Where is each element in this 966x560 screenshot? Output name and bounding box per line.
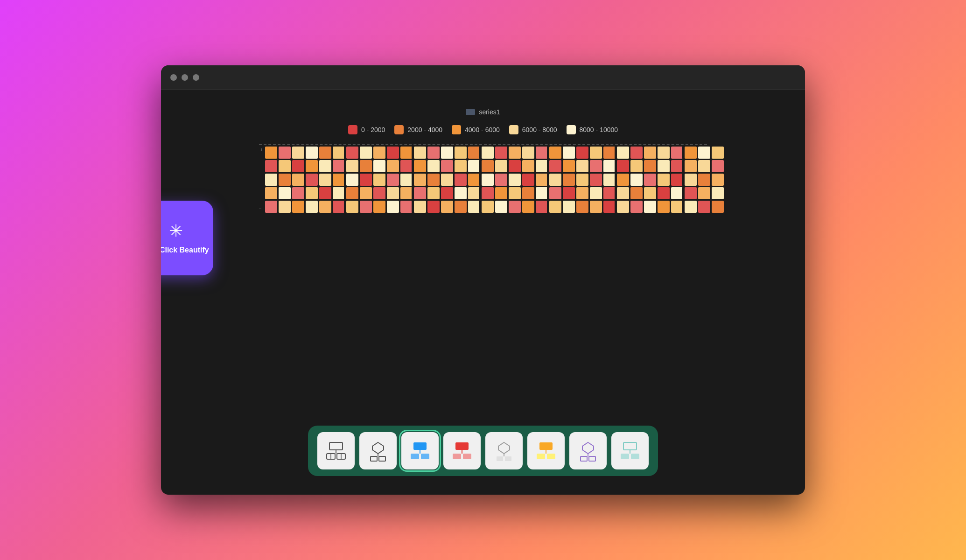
heatmap-cell[interactable] bbox=[671, 174, 683, 186]
heatmap-cell[interactable] bbox=[549, 160, 561, 172]
heatmap-cell[interactable] bbox=[685, 147, 697, 159]
heatmap-cell[interactable] bbox=[522, 201, 534, 213]
heatmap-cell[interactable] bbox=[630, 174, 643, 186]
heatmap-cell[interactable] bbox=[590, 174, 602, 186]
heatmap-cell[interactable] bbox=[712, 174, 724, 186]
heatmap-cell[interactable] bbox=[576, 174, 588, 186]
heatmap-cell[interactable] bbox=[427, 187, 440, 199]
heatmap-cell[interactable] bbox=[563, 174, 575, 186]
minimize-button[interactable] bbox=[182, 74, 188, 81]
heatmap-cell[interactable] bbox=[455, 201, 467, 213]
heatmap-cell[interactable] bbox=[536, 147, 548, 159]
heatmap-cell[interactable] bbox=[360, 187, 372, 199]
heatmap-cell[interactable] bbox=[346, 201, 358, 213]
heatmap-cell[interactable] bbox=[549, 147, 561, 159]
heatmap-cell[interactable] bbox=[603, 174, 616, 186]
heatmap-cell[interactable] bbox=[455, 147, 467, 159]
heatmap-cell[interactable] bbox=[658, 147, 670, 159]
heatmap-cell[interactable] bbox=[468, 201, 480, 213]
heatmap-cell[interactable] bbox=[346, 160, 358, 172]
heatmap-cell[interactable] bbox=[509, 147, 521, 159]
heatmap-cell[interactable] bbox=[536, 201, 548, 213]
heatmap-cell[interactable] bbox=[387, 201, 399, 213]
heatmap-cell[interactable] bbox=[319, 147, 331, 159]
heatmap-cell[interactable] bbox=[644, 160, 656, 172]
heatmap-cell[interactable] bbox=[617, 201, 629, 213]
heatmap-cell[interactable] bbox=[279, 160, 291, 172]
heatmap-cell[interactable] bbox=[536, 187, 548, 199]
heatmap-cell[interactable] bbox=[441, 174, 453, 186]
heatmap-cell[interactable] bbox=[387, 160, 399, 172]
heatmap-cell[interactable] bbox=[549, 187, 561, 199]
heatmap-cell[interactable] bbox=[360, 201, 372, 213]
heatmap-cell[interactable] bbox=[468, 147, 480, 159]
heatmap-cell[interactable] bbox=[482, 147, 494, 159]
heatmap-cell[interactable] bbox=[455, 174, 467, 186]
heatmap-cell[interactable] bbox=[279, 174, 291, 186]
heatmap-cell[interactable] bbox=[292, 147, 304, 159]
heatmap-cell[interactable] bbox=[333, 147, 345, 159]
heatmap-cell[interactable] bbox=[576, 147, 588, 159]
heatmap-cell[interactable] bbox=[509, 174, 521, 186]
heatmap-cell[interactable] bbox=[536, 174, 548, 186]
heatmap-cell[interactable] bbox=[414, 160, 426, 172]
heatmap-cell[interactable] bbox=[685, 201, 697, 213]
heatmap-cell[interactable] bbox=[671, 160, 683, 172]
heatmap-cell[interactable] bbox=[563, 201, 575, 213]
heatmap-cell[interactable] bbox=[414, 187, 426, 199]
heatmap-cell[interactable] bbox=[414, 201, 426, 213]
heatmap-cell[interactable] bbox=[630, 201, 643, 213]
heatmap-cell[interactable] bbox=[576, 201, 588, 213]
heatmap-cell[interactable] bbox=[373, 187, 385, 199]
toolbar-item-teal[interactable] bbox=[611, 432, 649, 469]
heatmap-cell[interactable] bbox=[617, 147, 629, 159]
heatmap-cell[interactable] bbox=[346, 174, 358, 186]
heatmap-cell[interactable] bbox=[360, 147, 372, 159]
heatmap-cell[interactable] bbox=[427, 174, 440, 186]
heatmap-cell[interactable] bbox=[644, 147, 656, 159]
heatmap-cell[interactable] bbox=[509, 187, 521, 199]
heatmap-cell[interactable] bbox=[644, 201, 656, 213]
heatmap-cell[interactable] bbox=[644, 187, 656, 199]
heatmap-cell[interactable] bbox=[617, 187, 629, 199]
heatmap-cell[interactable] bbox=[630, 187, 643, 199]
heatmap-cell[interactable] bbox=[292, 160, 304, 172]
heatmap-cell[interactable] bbox=[373, 201, 385, 213]
heatmap-cell[interactable] bbox=[603, 201, 616, 213]
heatmap-cell[interactable] bbox=[712, 147, 724, 159]
heatmap-cell[interactable] bbox=[522, 160, 534, 172]
heatmap-cell[interactable] bbox=[522, 174, 534, 186]
heatmap-cell[interactable] bbox=[306, 187, 318, 199]
heatmap-cell[interactable] bbox=[306, 201, 318, 213]
heatmap-cell[interactable] bbox=[644, 174, 656, 186]
heatmap-cell[interactable] bbox=[360, 174, 372, 186]
heatmap-cell[interactable] bbox=[658, 174, 670, 186]
heatmap-cell[interactable] bbox=[712, 187, 724, 199]
heatmap-cell[interactable] bbox=[319, 187, 331, 199]
heatmap-cell[interactable] bbox=[590, 187, 602, 199]
heatmap-cell[interactable] bbox=[441, 187, 453, 199]
heatmap-cell[interactable] bbox=[373, 160, 385, 172]
heatmap-cell[interactable] bbox=[482, 187, 494, 199]
heatmap-cell[interactable] bbox=[319, 160, 331, 172]
heatmap-cell[interactable] bbox=[712, 201, 724, 213]
heatmap-cell[interactable] bbox=[279, 147, 291, 159]
heatmap-cell[interactable] bbox=[333, 160, 345, 172]
heatmap-cell[interactable] bbox=[306, 174, 318, 186]
heatmap-cell[interactable] bbox=[698, 201, 710, 213]
heatmap-cell[interactable] bbox=[319, 201, 331, 213]
heatmap-cell[interactable] bbox=[603, 160, 616, 172]
heatmap-cell[interactable] bbox=[387, 174, 399, 186]
heatmap-cell[interactable] bbox=[292, 187, 304, 199]
heatmap-cell[interactable] bbox=[685, 187, 697, 199]
heatmap-cell[interactable] bbox=[563, 160, 575, 172]
heatmap-cell[interactable] bbox=[576, 187, 588, 199]
heatmap-cell[interactable] bbox=[509, 201, 521, 213]
heatmap-cell[interactable] bbox=[698, 174, 710, 186]
heatmap-cell[interactable] bbox=[346, 187, 358, 199]
heatmap-cell[interactable] bbox=[400, 187, 413, 199]
heatmap-cell[interactable] bbox=[658, 187, 670, 199]
heatmap-cell[interactable] bbox=[671, 147, 683, 159]
toolbar-item-outline[interactable] bbox=[359, 432, 397, 469]
heatmap-cell[interactable] bbox=[495, 174, 507, 186]
